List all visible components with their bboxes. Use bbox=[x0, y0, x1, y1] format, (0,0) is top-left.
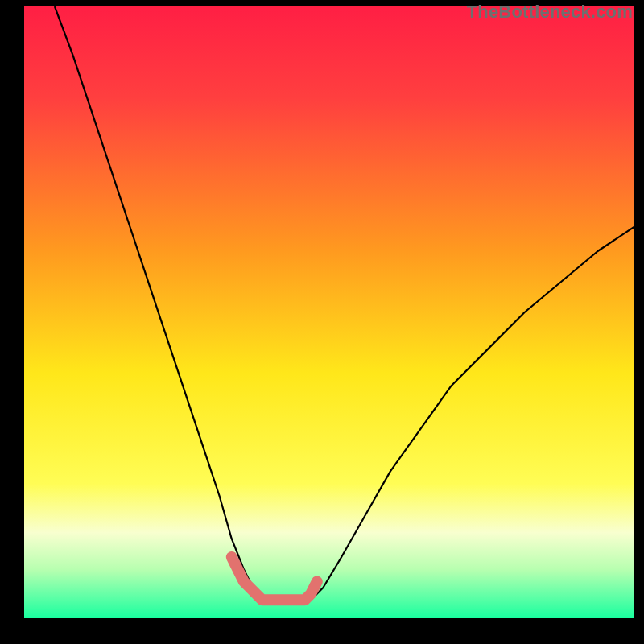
chart-svg bbox=[24, 6, 634, 618]
chart-frame: TheBottleneck.com bbox=[0, 0, 644, 644]
chart-plot-area bbox=[24, 6, 634, 618]
watermark-text: TheBottleneck.com bbox=[467, 2, 633, 23]
chart-background bbox=[24, 6, 634, 618]
